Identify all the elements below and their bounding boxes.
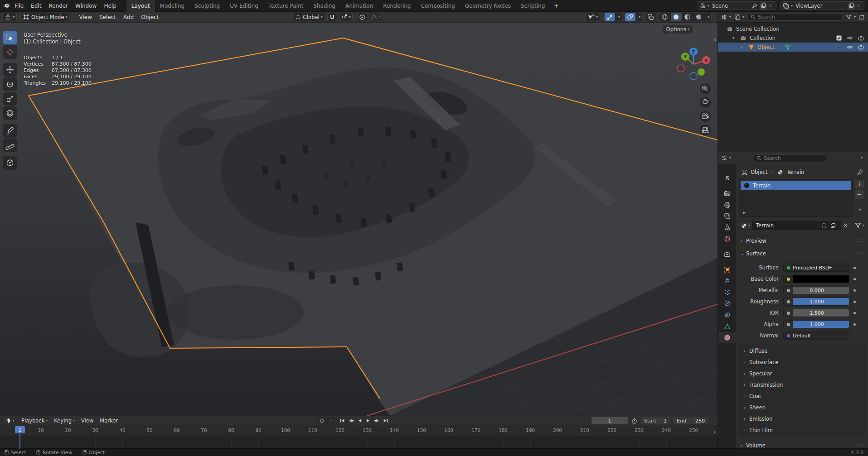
keyframe-dot[interactable] [853,278,856,280]
transform-orientation-dropdown[interactable]: Global ▾ [292,13,325,21]
stopwatch-icon[interactable] [630,417,638,424]
proportional-editing-toggle[interactable] [357,13,367,21]
tab-modifiers[interactable] [718,275,736,287]
object-render-camera-icon[interactable] [857,43,864,51]
keyframe-dot[interactable] [853,267,856,269]
alpha-slider[interactable]: 1.000 [783,320,849,328]
roughness-slider[interactable]: 1.000 [783,298,849,306]
tab-modeling[interactable]: Modeling [155,0,190,12]
collection-hide-eye-icon[interactable] [846,34,853,42]
tab-constraints[interactable] [718,309,736,321]
tab-world[interactable] [718,233,736,245]
subpanel-thin-film[interactable]: ›Thin Film [738,424,866,436]
tab-texture-paint[interactable]: Texture Paint [263,0,308,12]
metallic-slider[interactable]: 0.000 [783,286,849,294]
pin-icon[interactable] [751,2,758,10]
playhead-line[interactable] [19,433,20,449]
menu-marker[interactable]: Marker [97,418,121,424]
tab-object[interactable] [718,264,736,275]
zoom-button[interactable] [700,83,711,94]
panel-surface[interactable]: ⌄ Surface :::: [736,248,868,259]
slot-list-drag-handle[interactable]: :::: [791,211,798,215]
tab-rendering[interactable]: Rendering [378,0,416,12]
menu-playback[interactable]: Playback▾ [18,418,51,424]
timeline-editor-icon[interactable] [4,417,11,424]
timeline-ruler[interactable]: 1020304050607080901001101201301401501601… [0,425,718,436]
menu-object[interactable]: Object [137,12,162,23]
tab-physics[interactable] [718,298,736,309]
fake-user-shield-icon[interactable] [820,222,828,229]
tab-output[interactable] [718,199,736,211]
timeline-track[interactable] [0,436,718,448]
object-expand-icon[interactable]: › [741,45,746,49]
keyframe-dot[interactable] [853,312,856,314]
tool-transform[interactable] [3,106,17,120]
color-swatch[interactable] [793,275,849,283]
overlays-settings-dropdown[interactable]: ▾ [635,13,642,21]
jump-to-end-button[interactable] [381,417,390,424]
shading-solid-button[interactable] [670,13,682,21]
tab-render[interactable] [718,188,736,199]
next-keyframe-button[interactable] [373,417,381,424]
menu-render[interactable]: Render [45,0,72,12]
sidebar-toggle-arrow[interactable]: ‹ [714,36,716,43]
outliner-editor-icon[interactable] [721,14,728,21]
blender-logo-icon[interactable] [3,2,10,10]
play-button[interactable] [364,417,373,424]
material-slot-selected[interactable]: Terrain [741,181,851,190]
slot-specials-dropdown[interactable]: ▾ [854,205,864,215]
shading-wireframe-button[interactable] [659,13,670,21]
tab-scripting[interactable]: Scripting [516,0,550,12]
snap-settings-dropdown[interactable]: ▾ [339,13,353,21]
tab-sculpting[interactable]: Sculpting [189,0,225,12]
menu-select[interactable]: Select [96,12,120,23]
subpanel-diffuse[interactable]: ›Diffuse [738,345,866,356]
material-name-field[interactable]: Terrain [752,221,840,230]
copy-material-icon[interactable] [829,222,837,229]
current-frame-field[interactable]: 1 [592,417,628,424]
menu-help[interactable]: Help [100,0,120,12]
menu-view[interactable]: View [75,12,95,23]
tool-add-cube[interactable] [3,156,17,170]
keyframe-dot[interactable] [853,289,856,292]
material-slot-list[interactable]: Terrain ▶ :::: [739,179,853,217]
tab-scene[interactable] [718,222,736,233]
shading-material-button[interactable] [682,13,693,21]
panel-preview[interactable]: › Preview :::: [736,235,868,246]
add-material-slot-button[interactable]: + [854,179,864,189]
remove-material-slot-button[interactable]: − [854,190,864,199]
subpanel-sheen[interactable]: ›Sheen [738,402,866,413]
mode-dropdown[interactable]: Object Mode ▾ [20,13,70,21]
remove-viewlayer-icon[interactable]: ✕ [855,2,862,10]
subpanel-transmission[interactable]: ›Transmission [738,379,866,390]
tab-data[interactable] [718,321,736,332]
tab-compositing[interactable]: Compositing [416,0,460,12]
properties-search[interactable] [753,154,828,162]
tab-view-layer[interactable] [718,211,736,222]
browse-material-dropdown[interactable]: ▾ [739,221,752,230]
outliner-search-input[interactable] [758,14,839,20]
menu-window[interactable]: Window [72,0,100,12]
tab-material[interactable] [718,332,736,343]
end-frame-field[interactable]: End250 [673,417,708,424]
subpanel-specular[interactable]: ›Specular [738,368,866,379]
camera-view-button[interactable] [700,111,711,122]
subpanel-subsurface[interactable]: ›Subsurface [738,356,866,368]
options-dropdown[interactable]: Options ▾ [662,25,693,34]
tool-move[interactable] [3,63,17,77]
subpanel-emission[interactable]: ›Emission [738,413,866,424]
material-nodes-dropdown[interactable]: ▾ [855,222,864,229]
keyframe-dot[interactable] [853,301,856,303]
tab-animation[interactable]: Animation [340,0,378,12]
tool-annotate[interactable] [3,124,17,138]
scene-selector[interactable]: ▾ Scene ✕ [697,1,776,10]
show-gizmo-toggle[interactable] [605,13,615,21]
viewlayer-selector[interactable]: ▾ ViewLayer ✕ [780,1,864,10]
collection-expand-icon[interactable]: ▾ [732,36,738,40]
menu-add[interactable]: Add [120,12,137,23]
properties-search-input[interactable] [764,155,824,161]
menu-file[interactable]: File [11,0,27,12]
tab-layout[interactable]: Layout [126,0,155,12]
outliner-row-collection[interactable]: ▾ Collection [718,34,868,43]
tab-tool[interactable] [718,173,736,184]
